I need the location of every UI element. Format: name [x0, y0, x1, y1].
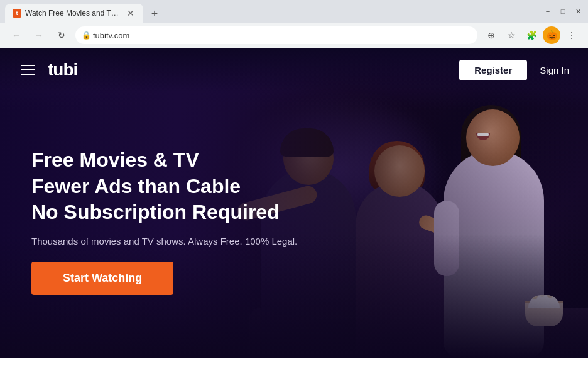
- start-watching-button[interactable]: Start Watching: [31, 262, 173, 295]
- tubi-navbar: tubi Register Sign In: [0, 48, 588, 92]
- minimize-button[interactable]: −: [543, 6, 553, 16]
- add-to-toolbar-icon[interactable]: ⊕: [482, 26, 500, 44]
- browser-chrome: t Watch Free Movies and TV Show ✕ + − □ …: [0, 0, 588, 48]
- back-button[interactable]: ←: [8, 26, 25, 44]
- hero-content: Free Movies & TV Fewer Ads than Cable No…: [31, 147, 297, 295]
- hero-title-line2: Fewer Ads than Cable: [31, 174, 297, 200]
- restore-button[interactable]: □: [558, 6, 568, 16]
- profile-avatar-icon[interactable]: 🎃: [543, 26, 560, 44]
- refresh-button[interactable]: ↻: [53, 26, 70, 44]
- hero-title-line1: Free Movies & TV: [31, 147, 297, 174]
- tubi-logo: tubi: [48, 60, 77, 80]
- window-controls: − □ ✕: [543, 6, 583, 16]
- menu-icon[interactable]: ⋮: [563, 26, 580, 44]
- close-button[interactable]: ✕: [573, 6, 583, 16]
- extensions-icon[interactable]: 🧩: [523, 26, 540, 44]
- address-wrapper: 🔒: [75, 26, 477, 44]
- tab-favicon: t: [13, 9, 21, 18]
- forward-button[interactable]: →: [30, 26, 48, 44]
- signin-button[interactable]: Sign In: [540, 65, 569, 75]
- hero-subtitle: Thousands of movies and TV shows. Always…: [31, 236, 297, 247]
- title-bar: t Watch Free Movies and TV Show ✕ + − □ …: [0, 0, 588, 23]
- tubi-website: tubi Register Sign In Free Movies & TV F…: [0, 48, 588, 358]
- register-button[interactable]: Register: [459, 60, 527, 80]
- bookmark-star-icon[interactable]: ☆: [503, 26, 520, 44]
- hero-title: Free Movies & TV Fewer Ads than Cable No…: [31, 147, 297, 226]
- lock-icon: 🔒: [82, 31, 91, 40]
- toolbar-icons: ⊕ ☆ 🧩 🎃 ⋮: [482, 26, 580, 44]
- new-tab-button[interactable]: +: [146, 5, 163, 23]
- active-tab[interactable]: t Watch Free Movies and TV Show ✕: [5, 4, 143, 23]
- address-bar: ← → ↻ 🔒 ⊕ ☆ 🧩 🎃 ⋮: [0, 23, 588, 48]
- hero-title-line3: No Subscription Required: [31, 199, 297, 226]
- tab-close-button[interactable]: ✕: [126, 8, 136, 18]
- address-input[interactable]: [75, 26, 477, 44]
- hamburger-menu[interactable]: [19, 62, 38, 77]
- tab-title: Watch Free Movies and TV Show: [25, 9, 122, 18]
